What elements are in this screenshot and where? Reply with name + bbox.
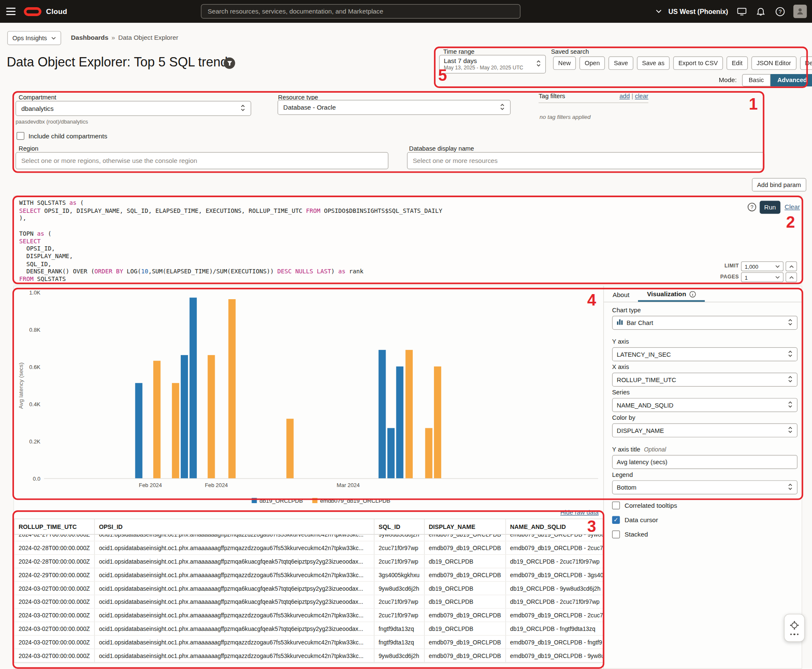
- table-row[interactable]: 2024-03-02T00:00:00.000Zocid1.opsidataba…: [14, 636, 603, 649]
- tag-add-link[interactable]: add: [619, 93, 630, 100]
- saved-search-save-button[interactable]: Save: [609, 56, 633, 70]
- y-axis-select[interactable]: LATENCY_IN_SEC: [612, 347, 798, 361]
- breadcrumb-dashboards[interactable]: Dashboards: [71, 34, 108, 41]
- bar-chart-plot[interactable]: [44, 292, 598, 479]
- db-display-name-input[interactable]: Select one or more resources: [407, 152, 764, 169]
- limit-select[interactable]: 1,000: [741, 262, 783, 271]
- resource-type-select[interactable]: Database - Oracle: [278, 100, 511, 115]
- region-selector[interactable]: US West (Phoenix): [653, 6, 728, 17]
- compartment-select[interactable]: dbanalytics: [16, 101, 251, 116]
- tag-filters-label: Tag filters: [539, 93, 565, 102]
- sql-editor[interactable]: WITH SQLSTATS as (SELECT OPSI_ID, DISPLA…: [14, 195, 802, 284]
- chart-bar-db19-orclpdb[interactable]: [135, 383, 142, 479]
- hide-raw-data-link[interactable]: Hide raw data: [560, 509, 599, 516]
- x-axis-select[interactable]: ROLLUP_TIME_UTC: [612, 373, 798, 387]
- table-row[interactable]: 2024-03-02T00:00:00.000Zocid1.opsidataba…: [14, 608, 603, 622]
- column-header-name-and-sqlid[interactable]: NAME_AND_SQLID: [506, 519, 603, 534]
- table-cell: emdb079_db19_ORCLPDB - 2cuc7: [506, 541, 603, 554]
- saved-search-export-to-csv-button[interactable]: Export to CSV: [673, 56, 723, 70]
- tag-links-divider: |: [632, 93, 633, 100]
- sql-help-icon[interactable]: ?: [747, 202, 757, 214]
- y-axis-title-input[interactable]: Avg latency (secs): [612, 455, 798, 469]
- saved-search-save-as-button[interactable]: Save as: [637, 56, 670, 70]
- pages-increment-button[interactable]: [786, 272, 797, 282]
- app-selector-ops-insights[interactable]: Ops Insights: [7, 31, 61, 45]
- time-range-select[interactable]: Last 7 days May 13, 2025 - May 20, 2025 …: [439, 55, 546, 74]
- table-cell: 2024-02-28T00:00:00.000Z: [14, 541, 95, 554]
- table-row[interactable]: 2024-02-28T00:00:00.000Zocid1.opsidataba…: [14, 541, 603, 555]
- assistant-widget-button[interactable]: [784, 614, 805, 642]
- chart-bar-emdb079-db19-orclpdb[interactable]: [406, 350, 413, 478]
- column-header-rollup-time-utc[interactable]: ROLLUP_TIME_UTC: [14, 519, 95, 534]
- chart-bar-db19-orclpdb[interactable]: [378, 350, 386, 478]
- chart-bar-db19-orclpdb[interactable]: [387, 428, 395, 478]
- hamburger-menu-icon[interactable]: [0, 0, 22, 23]
- chart-bar-emdb079-db19-orclpdb[interactable]: [172, 383, 179, 479]
- column-header-display-name[interactable]: DISPLAY_NAME: [425, 519, 506, 534]
- table-cell: fngtf9dta13zq: [374, 636, 425, 649]
- tag-clear-link[interactable]: clear: [635, 93, 649, 100]
- table-row[interactable]: 2024-03-02T00:00:00.000Zocid1.opsidataba…: [14, 622, 603, 636]
- checkbox-data-cursor[interactable]: ✓: [612, 516, 620, 524]
- legend-item-emdb079-db19-orclpdb[interactable]: emdb079_db19_ORCLPDB: [312, 498, 390, 504]
- viz-field-label: Series: [612, 389, 798, 396]
- chart-bar-emdb079-db19-orclpdb[interactable]: [228, 300, 235, 479]
- table-row[interactable]: 2024-03-02T00:00:00.000Zocid1.opsidataba…: [14, 649, 603, 663]
- column-header-sql-id[interactable]: SQL_ID: [374, 519, 425, 534]
- help-icon[interactable]: ?: [774, 6, 786, 17]
- table-row[interactable]: 2024-03-02T00:00:00.000Zocid1.opsidataba…: [14, 582, 603, 595]
- series-select[interactable]: NAME_AND_SQLID: [612, 398, 798, 412]
- region-filter-input[interactable]: Select one or more regions, otherwise us…: [16, 152, 389, 169]
- add-bind-param-button[interactable]: Add bind param: [752, 178, 806, 192]
- sql-code[interactable]: WITH SQLSTATS as (SELECT OPSI_ID, DISPLA…: [19, 199, 442, 284]
- chart-bar-emdb079-db19-orclpdb[interactable]: [425, 428, 432, 478]
- table-row[interactable]: 2024-03-02T00:00:00.000Zocid1.opsidataba…: [14, 595, 603, 609]
- checkbox-stacked[interactable]: [612, 531, 620, 538]
- chart-bar-db19-orclpdb[interactable]: [396, 366, 403, 478]
- limit-increment-button[interactable]: [786, 262, 797, 271]
- region-name: US West (Phoenix): [668, 8, 728, 15]
- chart-bar-emdb079-db19-orclpdb[interactable]: [287, 418, 294, 478]
- legend-select[interactable]: Bottom: [612, 480, 798, 494]
- table-row[interactable]: 2024-02-29T00:00:00.000Zocid1.opsidataba…: [14, 568, 603, 582]
- color-by-select[interactable]: DISPLAY_NAME: [612, 424, 798, 438]
- x-tick-label: Mar 2024: [337, 482, 359, 488]
- saved-search-edit-button[interactable]: Edit: [726, 56, 748, 70]
- check-row-stacked[interactable]: Stacked: [612, 531, 677, 538]
- notifications-bell-icon[interactable]: [755, 6, 766, 17]
- tab-about[interactable]: About: [604, 288, 638, 302]
- include-child-compartments[interactable]: Include child compartments: [17, 132, 107, 140]
- chart-type-select[interactable]: Bar Chart: [612, 316, 798, 330]
- check-row-correlated-tooltips[interactable]: Correlated tooltips: [612, 501, 677, 509]
- x-tick-label: Feb 2024: [139, 482, 162, 488]
- pages-select[interactable]: 1: [741, 272, 783, 282]
- mode-basic-button[interactable]: Basic: [742, 74, 771, 86]
- mode-advanced-button[interactable]: Advanced: [771, 74, 812, 86]
- run-button[interactable]: Run: [760, 201, 780, 214]
- oracle-cloud-logo[interactable]: Cloud: [24, 7, 67, 16]
- chart-bar-emdb079-db19-orclpdb[interactable]: [208, 355, 215, 479]
- user-avatar[interactable]: [793, 5, 807, 18]
- breadcrumb-current: Data Object Explorer: [118, 34, 178, 41]
- chart-bar-emdb079-db19-orclpdb[interactable]: [434, 366, 441, 478]
- tab-visualization[interactable]: Visualization: [638, 288, 704, 302]
- clear-link[interactable]: Clear: [784, 204, 800, 211]
- chart-bar-db19-orclpdb[interactable]: [189, 297, 196, 478]
- chart-legend: db19_ORCLPDBemdb079_db19_ORCLPDB: [44, 498, 598, 504]
- global-search-input[interactable]: [201, 4, 521, 19]
- cloud-shell-icon[interactable]: [736, 6, 747, 17]
- filter-funnel-icon[interactable]: [224, 58, 235, 69]
- saved-search-delete-button[interactable]: Delete: [800, 56, 812, 70]
- saved-search-open-button[interactable]: Open: [580, 56, 605, 70]
- saved-search-json-editor-button[interactable]: JSON Editor: [751, 56, 796, 70]
- legend-item-db19-orclpdb[interactable]: db19_ORCLPDB: [252, 498, 303, 504]
- chart-bar-emdb079-db19-orclpdb[interactable]: [153, 361, 160, 478]
- table-row[interactable]: 2024-02-27T00:00:00.000Zocid1.opsidataba…: [14, 535, 603, 542]
- checkbox-correlated-tooltips[interactable]: [612, 501, 620, 509]
- column-header-opsi-id[interactable]: OPSI_ID: [95, 519, 375, 534]
- saved-search-new-button[interactable]: New: [553, 56, 576, 70]
- chart-bar-db19-orclpdb[interactable]: [181, 355, 188, 479]
- table-row[interactable]: 2024-02-28T00:00:00.000Zocid1.opsidataba…: [14, 555, 603, 568]
- check-row-data-cursor[interactable]: ✓Data cursor: [612, 516, 677, 524]
- checkbox-include-child-compartments[interactable]: [17, 132, 24, 140]
